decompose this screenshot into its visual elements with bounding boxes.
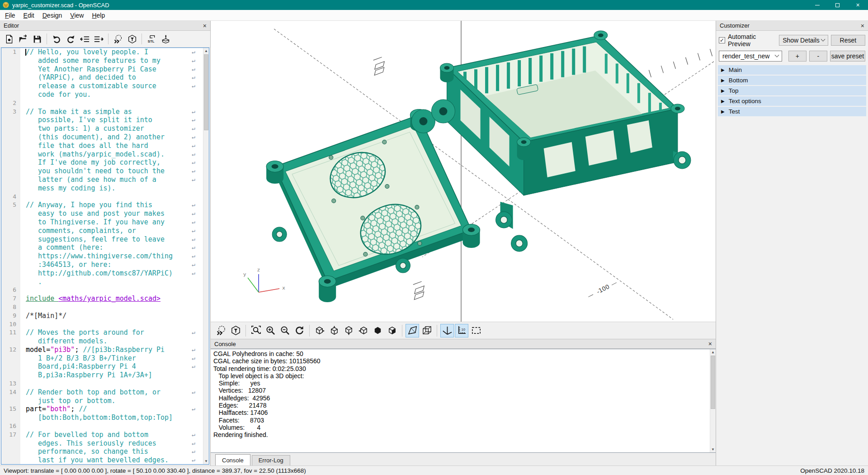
code-line[interactable]: edges. This seriously reduces↵ <box>1 439 203 448</box>
menu-help[interactable]: Help <box>88 10 109 20</box>
code-line[interactable]: Yet Another Raspberry Pi Case↵ <box>1 65 203 74</box>
menu-design[interactable]: Design <box>38 10 66 20</box>
customizer-group-text-options[interactable]: ▶Text options <box>718 96 866 106</box>
code-line[interactable]: work (maths/yarpic_model.scad).↵ <box>1 150 203 159</box>
code-line[interactable]: 13 <box>1 380 203 388</box>
unindent-button[interactable] <box>78 33 91 45</box>
scroll-up-icon[interactable]: ▲ <box>710 349 716 355</box>
expand-arrow-icon[interactable]: ▶ <box>721 99 725 104</box>
code-line[interactable]: two parts: 1) a customizer↵ <box>1 124 203 133</box>
code-line[interactable]: 4 <box>1 193 203 201</box>
code-line[interactable]: 5// Anyway, I hope you find this↵ <box>1 201 203 209</box>
customizer-group-top[interactable]: ▶Top <box>718 86 866 95</box>
customizer-group-test[interactable]: ▶Test <box>718 107 866 116</box>
expand-arrow-icon[interactable]: ▶ <box>721 109 725 114</box>
code-line[interactable]: 6 <box>1 286 203 294</box>
code-line[interactable]: 14// Render both top and bottom, or↵ <box>1 388 203 397</box>
view-all-button[interactable] <box>469 324 483 337</box>
view-top-button[interactable] <box>327 324 341 337</box>
view-bottom-button[interactable] <box>342 324 355 337</box>
perspective-button[interactable] <box>406 324 419 337</box>
code-line[interactable]: 1// Hello, you lovely people. I↵ <box>1 48 203 57</box>
scroll-down-icon[interactable]: ▼ <box>203 458 209 464</box>
save-button[interactable] <box>31 33 43 45</box>
redo-button[interactable] <box>64 33 77 45</box>
undo-button[interactable] <box>50 33 63 45</box>
show-axes-button[interactable] <box>440 324 454 337</box>
code-line[interactable]: added some more features to my↵ <box>1 57 203 65</box>
3d-viewport[interactable]: 100 -100 <box>211 21 716 322</box>
save-preset-button[interactable]: save preset <box>830 51 865 62</box>
code-editor[interactable]: 1// Hello, you lovely people. I↵added so… <box>1 48 209 465</box>
show-scale-button[interactable]: 10 <box>455 324 468 337</box>
code-line[interactable]: (this document), and 2) another↵ <box>1 133 203 142</box>
expand-arrow-icon[interactable]: ▶ <box>721 78 725 83</box>
reset-view-button[interactable] <box>292 324 306 337</box>
code-line[interactable]: 11// Moves the ports around for↵ <box>1 328 203 337</box>
zoom-in-button[interactable] <box>264 324 277 337</box>
code-line[interactable]: different models. <box>1 337 203 346</box>
code-line[interactable]: 12model="pi3b"; //[pi3b:Raspberry Pi↵ <box>1 346 203 354</box>
code-line[interactable]: Board,pi4:Raspberry Pi 4↵ <box>1 362 203 371</box>
code-line[interactable]: a comment (here:↵ <box>1 243 203 252</box>
preview-button[interactable] <box>112 33 124 45</box>
code-line[interactable]: http://github.com/tomsc87/YARPiC)↵ <box>1 269 203 278</box>
indent-button[interactable] <box>92 33 105 45</box>
editor-scrollbar-thumb[interactable] <box>204 54 208 130</box>
code-line[interactable]: 1 B+/2 B/3 B/3 B+/Tinker↵ <box>1 354 203 363</box>
console-panel[interactable]: CGAL Polyhedrons in cache: 50CGAL cache … <box>211 349 716 453</box>
code-line[interactable]: suggestions, feel free to leave↵ <box>1 235 203 244</box>
code-line[interactable]: last if you want bevelled edges.↵ <box>1 456 203 464</box>
editor-close-icon[interactable]: × <box>203 23 207 29</box>
code-line[interactable]: If I've done my job correctly,↵ <box>1 158 203 167</box>
code-line[interactable]: https://www.thingiverse.com/thing↵ <box>1 252 203 261</box>
view-front-button[interactable] <box>371 324 384 337</box>
view-left-button[interactable] <box>356 324 370 337</box>
code-line[interactable]: you shouldn't need to touch the↵ <box>1 167 203 176</box>
code-line[interactable]: 16 <box>1 422 203 431</box>
customizer-group-main[interactable]: ▶Main <box>718 65 866 75</box>
code-line[interactable]: easy to use and post your makes↵ <box>1 209 203 218</box>
code-line[interactable]: [both:Both,bottom:Bottom,top:Top] <box>1 413 203 422</box>
code-line[interactable]: (YARPiC), and decided to↵ <box>1 73 203 82</box>
editor-scrollbar[interactable]: ▲ ▼ <box>203 48 209 464</box>
view-back-button[interactable] <box>385 324 399 337</box>
code-line[interactable]: performance, so change this↵ <box>1 447 203 456</box>
menu-file[interactable]: File <box>1 10 19 20</box>
code-line[interactable]: 7include <maths/yarpic_model.scad> <box>1 294 203 303</box>
customizer-group-bottom[interactable]: ▶Bottom <box>718 76 866 85</box>
tab-console[interactable]: Console <box>215 454 250 466</box>
menu-edit[interactable]: Edit <box>19 10 38 20</box>
code-line[interactable]: release a customizable source↵ <box>1 82 203 90</box>
preset-combobox[interactable]: render_test_new <box>719 51 782 62</box>
reset-button[interactable]: Reset <box>831 35 865 46</box>
close-button[interactable]: × <box>848 0 868 10</box>
preview-button[interactable] <box>214 324 228 337</box>
zoom-all-button[interactable] <box>249 324 263 337</box>
customizer-close-icon[interactable]: × <box>861 23 864 29</box>
code-line[interactable]: :3464513, or here:↵ <box>1 261 203 269</box>
view-right-button[interactable] <box>313 324 326 337</box>
code-line[interactable]: possible, I've split it into↵ <box>1 116 203 124</box>
code-line[interactable]: 15part="both"; //↵ <box>1 405 203 413</box>
code-line[interactable]: code for you. <box>1 90 203 99</box>
code-line[interactable]: 10 <box>1 320 203 329</box>
expand-arrow-icon[interactable]: ▶ <box>721 88 725 93</box>
code-line[interactable]: 2 <box>1 99 203 108</box>
code-line[interactable]: 3// To make it as simple as↵ <box>1 108 203 116</box>
expand-arrow-icon[interactable]: ▶ <box>721 67 725 72</box>
render-button[interactable] <box>229 324 242 337</box>
code-line[interactable]: comments, complaints, or↵ <box>1 227 203 235</box>
code-line[interactable]: mess my coding is). <box>1 184 203 193</box>
zoom-out-button[interactable] <box>278 324 292 337</box>
console-close-icon[interactable]: × <box>708 340 712 347</box>
menu-view[interactable]: View <box>66 10 88 20</box>
code-line[interactable]: . <box>1 278 203 286</box>
code-line[interactable]: 9/*[Main]*/ <box>1 312 203 320</box>
render-button[interactable] <box>126 33 138 45</box>
tab-error-log[interactable]: Error-Log <box>252 455 290 466</box>
code-line[interactable]: B,pi3a:Raspberry Pi 1A+/3A+] <box>1 371 203 380</box>
console-scrollbar[interactable]: ▲ ▼ <box>710 349 716 452</box>
code-line[interactable]: to Thingiverse. If you have any↵ <box>1 218 203 227</box>
code-line[interactable]: 17// For bevelled top and bottom↵ <box>1 431 203 439</box>
